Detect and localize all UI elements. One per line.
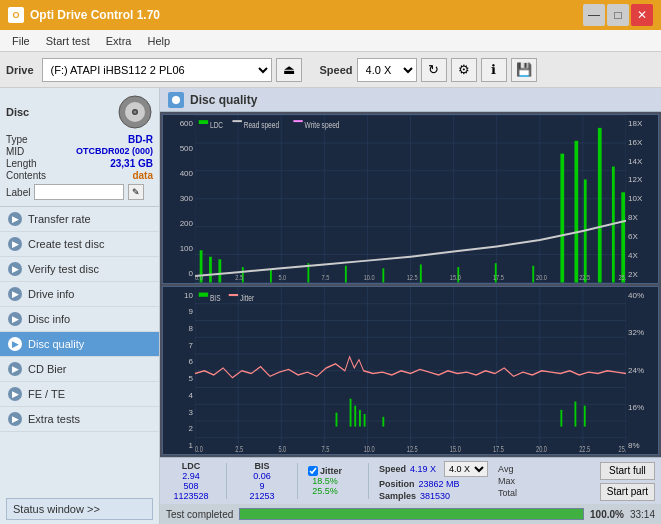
sidebar-item-disc-info[interactable]: ▶ Disc info [0, 307, 159, 332]
disc-type-label: Type [6, 134, 28, 145]
svg-rect-81 [336, 412, 338, 426]
disc-quality-title: Disc quality [190, 93, 257, 107]
disc-length-value: 23,31 GB [110, 158, 153, 169]
start-part-button[interactable]: Start part [600, 483, 655, 501]
start-full-button[interactable]: Start full [600, 462, 655, 480]
sidebar: Disc Type BD-R MID OTCBDR002 (000) Lengt… [0, 88, 160, 524]
menu-file[interactable]: File [4, 33, 38, 49]
jitter-checkbox[interactable] [308, 466, 318, 476]
disc-label-label: Label [6, 187, 30, 198]
status-window-button[interactable]: Status window >> [6, 498, 153, 520]
speed-position-col: Speed 4.19 X 4.0 X Position 23862 MB Sam… [379, 461, 488, 501]
refresh-button[interactable]: ↻ [421, 58, 447, 82]
speed-stat-val: 4.19 X [410, 464, 436, 474]
menu-help[interactable]: Help [139, 33, 178, 49]
jitter-max-val: 25.5% [312, 486, 338, 496]
content-area: Disc quality 600 500 400 300 200 100 0 [160, 88, 661, 524]
svg-text:5.0: 5.0 [278, 273, 286, 281]
jitter-stats-col: Jitter 18.5% 25.5% [308, 466, 358, 496]
ldc-chart-inner: LDC Read speed Write speed 0.0 2.5 5.0 7… [195, 115, 626, 283]
titlebar-left: O Opti Drive Control 1.70 [8, 7, 160, 23]
disc-mid-value: OTCBDR002 (000) [76, 146, 153, 157]
sidebar-item-extra-tests[interactable]: ▶ Extra tests [0, 407, 159, 432]
disc-header: Disc [6, 94, 153, 130]
progress-bar-inner [240, 509, 583, 519]
transfer-rate-icon: ▶ [8, 212, 22, 226]
info-button[interactable]: ℹ [481, 58, 507, 82]
ldc-stats-col: LDC 2.94 508 1123528 [166, 461, 216, 501]
menu-extra[interactable]: Extra [98, 33, 140, 49]
svg-rect-34 [270, 270, 272, 283]
svg-rect-46 [293, 120, 302, 122]
svg-rect-26 [218, 259, 221, 282]
drive-label: Drive [6, 64, 34, 76]
bis-chart: 10 9 8 7 6 5 4 3 2 1 [162, 286, 659, 456]
sidebar-item-create-test-disc[interactable]: ▶ Create test disc [0, 232, 159, 257]
sidebar-item-cd-bier[interactable]: ▶ CD Bier [0, 357, 159, 382]
drive-info-icon: ▶ [8, 287, 22, 301]
menu-start-test[interactable]: Start test [38, 33, 98, 49]
svg-rect-32 [621, 192, 625, 282]
sidebar-item-drive-info[interactable]: ▶ Drive info [0, 282, 159, 307]
jitter-header: Jitter [320, 466, 342, 476]
eject-button[interactable]: ⏏ [276, 58, 302, 82]
disc-icon [117, 94, 153, 130]
speed-select[interactable]: 4.0 X [357, 58, 417, 82]
svg-rect-37 [382, 268, 384, 282]
svg-text:2.5: 2.5 [235, 273, 243, 281]
position-row: Position 23862 MB [379, 479, 488, 489]
svg-text:20.0: 20.0 [536, 273, 547, 281]
cd-bier-icon: ▶ [8, 362, 22, 376]
app-title: Opti Drive Control 1.70 [30, 8, 160, 22]
maximize-button[interactable]: □ [607, 4, 629, 26]
speed-stat-select[interactable]: 4.0 X [444, 461, 488, 477]
svg-text:LDC: LDC [210, 120, 223, 130]
stats-divider-1 [226, 463, 227, 499]
bis-chart-svg: BIS Jitter 0.0 2.5 5.0 7.5 10.0 12.5 15.… [195, 287, 626, 455]
ldc-y-axis-right: 18X 16X 14X 12X 10X 8X 6X 4X 2X [626, 115, 658, 283]
disc-label-button[interactable]: ✎ [128, 184, 144, 200]
svg-rect-82 [350, 398, 352, 426]
charts-area: 600 500 400 300 200 100 0 [160, 112, 661, 457]
svg-text:15.0: 15.0 [450, 273, 461, 281]
sidebar-item-verify-test-disc[interactable]: ▶ Verify test disc [0, 257, 159, 282]
start-buttons: Start full Start part [600, 462, 655, 501]
disc-quality-header-icon [168, 92, 184, 108]
drive-select[interactable]: (F:) ATAPI iHBS112 2 PL06 [42, 58, 272, 82]
svg-text:17.5: 17.5 [493, 444, 504, 453]
extra-tests-icon: ▶ [8, 412, 22, 426]
settings-button[interactable]: ⚙ [451, 58, 477, 82]
save-button[interactable]: 💾 [511, 58, 537, 82]
disc-type-value: BD-R [128, 134, 153, 145]
bis-y-axis-left: 10 9 8 7 6 5 4 3 2 1 [163, 287, 195, 455]
ldc-avg-val: 2.94 [182, 471, 200, 481]
disc-label-input[interactable] [34, 184, 124, 200]
stats-divider-3 [368, 463, 369, 499]
svg-text:12.5: 12.5 [407, 273, 418, 281]
app-icon: O [8, 7, 24, 23]
svg-text:Write speed: Write speed [305, 120, 340, 130]
svg-point-4 [172, 96, 180, 104]
ldc-header: LDC [182, 461, 201, 471]
jitter-avg-val: 18.5% [312, 476, 338, 486]
svg-text:17.5: 17.5 [493, 273, 504, 281]
svg-text:7.5: 7.5 [321, 444, 329, 453]
svg-rect-44 [232, 120, 241, 122]
sidebar-item-disc-quality[interactable]: ▶ Disc quality [0, 332, 159, 357]
verify-test-disc-label: Verify test disc [28, 263, 99, 275]
svg-rect-83 [354, 405, 356, 426]
svg-text:22.5: 22.5 [579, 273, 590, 281]
sidebar-item-transfer-rate[interactable]: ▶ Transfer rate [0, 207, 159, 232]
disc-section: Disc Type BD-R MID OTCBDR002 (000) Lengt… [0, 88, 159, 207]
sidebar-item-fe-te[interactable]: ▶ FE / TE [0, 382, 159, 407]
main-area: Disc Type BD-R MID OTCBDR002 (000) Lengt… [0, 88, 661, 524]
cd-bier-label: CD Bier [28, 363, 67, 375]
position-stat-label: Position [379, 479, 415, 489]
minimize-button[interactable]: — [583, 4, 605, 26]
bis-max-val: 9 [259, 481, 264, 491]
svg-text:12.5: 12.5 [407, 444, 418, 453]
avg-row-label: Avg [498, 464, 517, 474]
progress-bar-outer [239, 508, 584, 520]
svg-rect-88 [574, 401, 576, 426]
close-button[interactable]: ✕ [631, 4, 653, 26]
